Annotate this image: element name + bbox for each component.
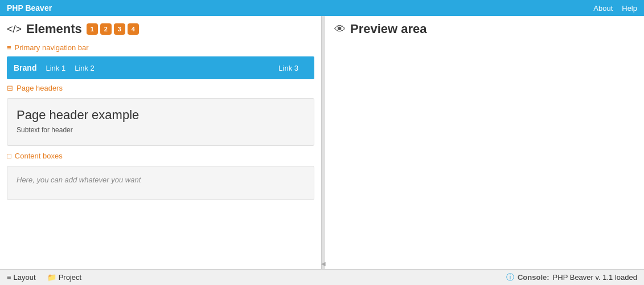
project-label: Project	[59, 273, 81, 282]
about-link[interactable]: About	[593, 4, 613, 13]
preview-header: 👁 Preview area	[334, 22, 635, 36]
panel-divider[interactable]	[322, 16, 325, 269]
page-headers-icon: ⊟	[7, 84, 13, 92]
console-info-icon: ⓘ	[506, 272, 514, 283]
layout-item[interactable]: ≡ Layout	[7, 273, 36, 282]
console-label: Console:	[518, 273, 549, 282]
nav-section-header[interactable]: ≡ Primary navigation bar	[0, 41, 321, 54]
page-header-title: Page header example	[17, 108, 305, 123]
layout-label: Layout	[14, 273, 36, 282]
nav-link-1[interactable]: Link 1	[46, 64, 65, 72]
console-text: PHP Beaver v. 1.1 loaded	[553, 273, 637, 282]
help-link[interactable]: Help	[622, 4, 637, 13]
badge-4[interactable]: 4	[128, 23, 139, 35]
content-box-text: Here, you can add whatever you want	[17, 176, 141, 184]
left-panel: </> Elements 1 2 3 4 ≡ Primary navigatio…	[0, 16, 322, 269]
app-title: PHP Beaver	[7, 3, 52, 13]
elements-header: </> Elements 1 2 3 4	[0, 16, 321, 41]
page-headers-label: Page headers	[17, 84, 63, 92]
topbar-links: About Help	[593, 4, 637, 13]
nav-link-3[interactable]: Link 3	[278, 64, 298, 72]
preview-area	[334, 41, 635, 263]
elements-code-icon: </>	[7, 23, 22, 35]
page-headers-section-header[interactable]: ⊟ Page headers	[0, 82, 321, 95]
preview-eye-icon: 👁	[334, 23, 346, 36]
project-item[interactable]: 📁 Project	[47, 273, 81, 282]
content-boxes-label: Content boxes	[15, 152, 63, 160]
elements-badges: 1 2 3 4	[87, 23, 139, 35]
nav-brand: Brand	[14, 63, 36, 72]
content-boxes-section-header[interactable]: □ Content boxes	[0, 149, 321, 162]
badge-2[interactable]: 2	[100, 23, 112, 35]
page-header-subtext: Subtext for header	[17, 126, 305, 134]
statusbar: ≡ Layout 📁 Project ⓘ Console: PHP Beaver…	[0, 269, 644, 285]
main-area: </> Elements 1 2 3 4 ≡ Primary navigatio…	[0, 16, 644, 269]
nav-bar-preview: Brand Link 1 Link 2 Link 3	[7, 56, 314, 79]
preview-title: Preview area	[350, 22, 427, 36]
topbar: PHP Beaver About Help	[0, 0, 644, 16]
layout-icon: ≡	[7, 273, 11, 282]
nav-link-2[interactable]: Link 2	[75, 64, 95, 72]
statusbar-left: ≡ Layout 📁 Project	[7, 273, 81, 282]
project-folder-icon: 📁	[47, 273, 56, 282]
badge-3[interactable]: 3	[114, 23, 125, 35]
right-panel: 👁 Preview area	[325, 16, 644, 269]
content-box: Here, you can add whatever you want	[7, 166, 314, 200]
page-header-box: Page header example Subtext for header	[7, 98, 314, 146]
nav-section-icon: ≡	[7, 43, 11, 52]
content-boxes-icon: □	[7, 152, 11, 160]
statusbar-right: ⓘ Console: PHP Beaver v. 1.1 loaded	[506, 272, 637, 283]
badge-1[interactable]: 1	[87, 23, 98, 35]
elements-title: Elements	[26, 22, 82, 36]
nav-section-label: Primary navigation bar	[15, 43, 89, 52]
